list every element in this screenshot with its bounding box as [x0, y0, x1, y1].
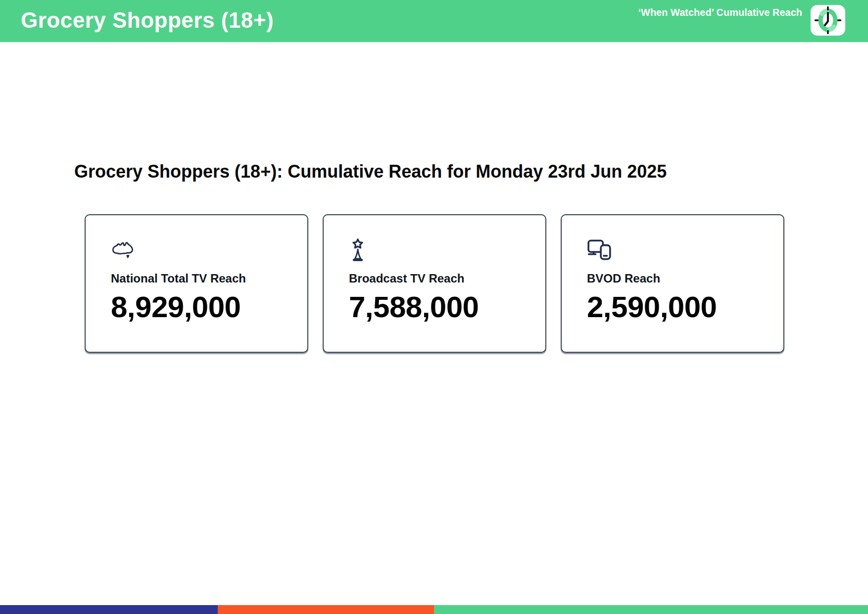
footer-segment	[434, 605, 868, 614]
kpi-value: 7,588,000	[349, 290, 530, 324]
kpi-card-bvod: BVOD Reach 2,590,000	[561, 214, 784, 353]
australia-map-icon	[111, 238, 292, 263]
footer-brand-bar	[0, 605, 868, 614]
kpi-cards-row: National Total TV Reach 8,929,000 Broadc…	[85, 214, 784, 353]
clock-logo-icon	[811, 5, 845, 36]
header-tagline: ‘When Watched’ Cumulative Reach	[638, 7, 802, 18]
broadcast-tower-icon	[349, 238, 530, 263]
kpi-label: Broadcast TV Reach	[349, 272, 530, 285]
page-title: Grocery Shoppers (18+)	[21, 8, 274, 33]
kpi-card-broadcast-tv: Broadcast TV Reach 7,588,000	[323, 214, 546, 353]
kpi-value: 2,590,000	[587, 290, 769, 324]
report-page: Grocery Shoppers (18+) ‘When Watched’ Cu…	[0, 0, 868, 614]
kpi-label: National Total TV Reach	[111, 272, 292, 285]
kpi-label: BVOD Reach	[587, 272, 769, 285]
kpi-value: 8,929,000	[111, 290, 292, 324]
report-heading: Grocery Shoppers (18+): Cumulative Reach…	[74, 161, 667, 182]
kpi-card-national-total-tv: National Total TV Reach 8,929,000	[85, 214, 308, 353]
app-header: Grocery Shoppers (18+) ‘When Watched’ Cu…	[0, 0, 868, 42]
tv-and-phone-devices-icon	[587, 238, 769, 263]
footer-segment	[0, 605, 218, 614]
footer-segment	[218, 605, 434, 614]
